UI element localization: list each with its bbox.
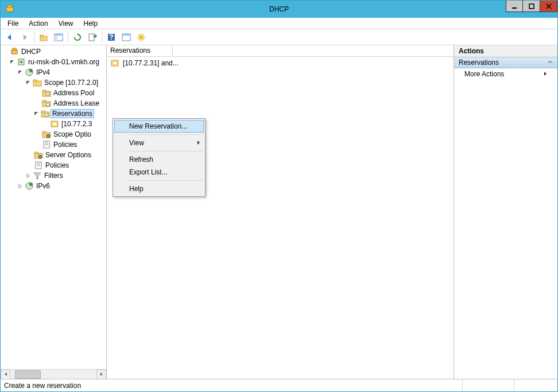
svg-rect-8 xyxy=(55,36,57,41)
tree-label: IPv6 xyxy=(35,182,51,190)
tree-label: [10.77.2.3 xyxy=(60,120,93,128)
tree-address-leases[interactable]: Address Lease xyxy=(1,98,106,108)
svg-rect-44 xyxy=(34,152,38,154)
context-help[interactable]: Help xyxy=(114,183,204,195)
context-refresh[interactable]: Refresh xyxy=(114,153,204,166)
tree-label: Server Options xyxy=(44,151,92,159)
svg-point-50 xyxy=(29,183,33,186)
reservation-icon xyxy=(50,119,59,129)
svg-rect-52 xyxy=(113,62,117,64)
tree-scope-policies[interactable]: Policies xyxy=(1,139,106,150)
ipv6-icon xyxy=(25,181,34,191)
context-item-label: Export List... xyxy=(129,168,168,176)
tree-ipv6[interactable]: IPv6 xyxy=(1,181,106,191)
context-export-list[interactable]: Export List... xyxy=(114,166,204,178)
tree-scope[interactable]: Scope [10.77.2.0] xyxy=(1,77,106,88)
status-pane xyxy=(462,379,514,391)
scroll-left-icon[interactable] xyxy=(1,370,10,379)
tree-reservation-item[interactable]: [10.77.2.3 xyxy=(1,119,106,129)
chevron-right-icon[interactable] xyxy=(17,183,24,189)
tree-scope-options[interactable]: Scope Optio xyxy=(1,129,106,139)
folder-icon xyxy=(34,150,43,160)
context-menu: New Reservation... View Refresh Export L… xyxy=(113,118,206,197)
maximize-button[interactable] xyxy=(523,1,540,12)
list-body[interactable]: [10.77.2.31] and... xyxy=(107,57,454,379)
tree-ipv4[interactable]: IPv4 xyxy=(1,67,106,77)
context-new-reservation[interactable]: New Reservation... xyxy=(114,120,204,133)
svg-point-21 xyxy=(20,61,22,63)
svg-point-23 xyxy=(29,69,33,72)
policies-icon xyxy=(42,140,51,149)
new-scope-button[interactable] xyxy=(134,30,148,44)
context-item-label: View xyxy=(129,139,144,147)
menu-help[interactable]: Help xyxy=(79,18,103,29)
separator xyxy=(129,180,203,181)
tree-server[interactable]: ru-msk-dh-01.vmkh.org xyxy=(1,57,106,67)
forward-button[interactable] xyxy=(18,30,32,44)
close-button[interactable] xyxy=(540,1,557,12)
menu-action[interactable]: Action xyxy=(24,18,52,29)
up-button[interactable] xyxy=(37,30,51,44)
tree-label: DHCP xyxy=(20,48,42,56)
chevron-down-icon[interactable] xyxy=(9,59,16,65)
actions-more-actions[interactable]: More Actions xyxy=(454,68,557,80)
chevron-right-icon[interactable] xyxy=(25,172,32,179)
svg-rect-13 xyxy=(122,34,130,36)
folder-icon xyxy=(42,99,51,108)
tree-server-policies[interactable]: Policies xyxy=(1,160,106,170)
svg-rect-7 xyxy=(55,34,63,36)
tree-address-pool[interactable]: Address Pool xyxy=(1,88,106,98)
minimize-button[interactable] xyxy=(506,1,523,12)
menu-view[interactable]: View xyxy=(54,18,78,29)
scroll-right-icon[interactable] xyxy=(96,370,106,379)
column-header[interactable]: Reservations xyxy=(107,45,173,56)
back-button[interactable] xyxy=(3,30,17,44)
chevron-down-icon[interactable] xyxy=(17,69,24,76)
scrollbar-thumb[interactable] xyxy=(15,370,41,379)
horizontal-scrollbar[interactable] xyxy=(1,369,106,379)
tree-label: Policies xyxy=(44,161,70,169)
export-button[interactable] xyxy=(86,30,99,44)
menu-file[interactable]: File xyxy=(3,18,23,29)
actions-item-label: More Actions xyxy=(464,70,504,78)
tree-panel: DHCP ru-msk-dh-01.vmkh.org IPv4 Scope [1… xyxy=(1,45,107,379)
svg-rect-25 xyxy=(33,80,37,81)
show-hide-tree-button[interactable] xyxy=(52,30,65,44)
chevron-down-icon[interactable] xyxy=(33,110,40,117)
folder-icon xyxy=(42,130,51,139)
policies-icon xyxy=(34,161,43,170)
properties-button[interactable] xyxy=(119,30,133,44)
svg-rect-30 xyxy=(42,100,46,102)
svg-rect-3 xyxy=(529,4,534,9)
tree-label: Scope Optio xyxy=(52,130,92,138)
tree-root-dhcp[interactable]: DHCP xyxy=(1,46,106,57)
tree-filters[interactable]: Filters xyxy=(1,170,106,181)
folder-icon xyxy=(42,88,51,98)
client-area: DHCP ru-msk-dh-01.vmkh.org IPv4 Scope [1… xyxy=(1,45,557,379)
help-button[interactable]: ? xyxy=(104,30,118,44)
tree[interactable]: DHCP ru-msk-dh-01.vmkh.org IPv4 Scope [1… xyxy=(1,45,106,369)
actions-title: Actions xyxy=(454,45,557,57)
context-item-label: Help xyxy=(129,185,144,193)
svg-text:?: ? xyxy=(109,33,113,41)
menubar: File Action View Help xyxy=(1,18,557,29)
tree-label: ru-msk-dh-01.vmkh.org xyxy=(27,58,100,66)
tree-server-options[interactable]: Server Options xyxy=(1,150,106,160)
tree-label: IPv4 xyxy=(35,68,51,76)
statusbar: Create a new reservation xyxy=(1,379,557,391)
context-view[interactable]: View xyxy=(114,137,204,149)
list-item[interactable]: [10.77.2.31] and... xyxy=(107,58,454,68)
chevron-icon xyxy=(2,48,9,55)
svg-rect-2 xyxy=(512,7,517,9)
tree-label: Address Pool xyxy=(52,89,95,97)
toolbar: ? xyxy=(1,29,557,45)
context-item-label: Refresh xyxy=(129,156,153,164)
svg-rect-36 xyxy=(53,123,56,125)
ipv4-icon xyxy=(25,68,34,77)
chevron-down-icon[interactable] xyxy=(25,79,32,86)
collapse-icon xyxy=(548,59,553,67)
reservation-icon xyxy=(110,59,119,68)
refresh-button[interactable] xyxy=(71,30,84,44)
actions-section-header[interactable]: Reservations xyxy=(454,57,557,68)
tree-reservations[interactable]: Reservations xyxy=(1,108,106,119)
